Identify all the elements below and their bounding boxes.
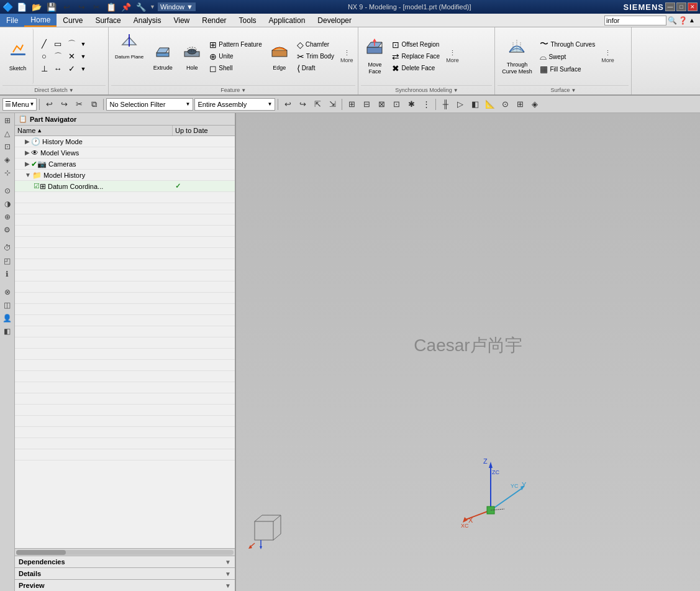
search-input[interactable]: [604, 16, 666, 25]
shell-button[interactable]: ◻ Shell: [207, 63, 263, 74]
left-icon-1[interactable]: ⊞: [1, 114, 14, 127]
fillet-tool[interactable]: ⌒: [52, 51, 64, 62]
fill-surface-button[interactable]: ▦ Fill Surface: [538, 63, 597, 75]
selection-filter-dropdown[interactable]: No Selection Filter ▼: [106, 98, 193, 111]
toolbar-btn6[interactable]: ⊟: [360, 98, 373, 111]
rect-tool[interactable]: ▭: [52, 39, 64, 50]
toolbar-btn2[interactable]: ↪: [296, 98, 309, 111]
menu-dropdown-btn[interactable]: ☰ Menu ▼: [2, 98, 37, 111]
left-icon-6[interactable]: ⊙: [1, 185, 14, 197]
toolbar-btn3[interactable]: ⇱: [311, 98, 324, 111]
extrude-button[interactable]: Extrude: [149, 29, 176, 84]
toolbar-btn9[interactable]: ✱: [404, 98, 418, 111]
toolbar-btn5[interactable]: ⊞: [345, 98, 358, 111]
nav-item-cameras[interactable]: ▶ ✔📷 Cameras: [15, 158, 235, 170]
trim-body-button[interactable]: ✂ Trim Body: [295, 51, 336, 62]
pattern-feature-button[interactable]: ⊞ Pattern Feature: [207, 39, 263, 50]
preview-panel[interactable]: Preview ▼: [15, 579, 235, 591]
finish-tool[interactable]: ✓: [65, 63, 78, 75]
arc-tool[interactable]: ⌒: [65, 39, 78, 50]
undo-toolbar-btn[interactable]: ↩: [42, 98, 56, 111]
dependencies-panel[interactable]: Dependencies ▼: [15, 556, 235, 567]
dim-tool[interactable]: ↔: [52, 63, 64, 75]
toolbar-grid-btn[interactable]: ⊞: [513, 98, 527, 111]
toolbar-snap2-btn[interactable]: ⊙: [498, 98, 512, 111]
left-icon-7[interactable]: ◑: [1, 198, 14, 210]
feature-more-button[interactable]: ⋮ More: [338, 47, 356, 65]
delete-face-button[interactable]: ✖ Delete Face: [390, 63, 442, 74]
left-icon-14[interactable]: ◫: [1, 299, 14, 311]
details-panel[interactable]: Details ▼: [15, 567, 235, 579]
copy-btn[interactable]: 📋: [105, 1, 117, 13]
toolbar-misc-btn[interactable]: ◈: [528, 98, 542, 111]
undo-btn[interactable]: ↩: [60, 1, 73, 13]
surface-expand[interactable]: ▼: [571, 88, 576, 93]
left-icon-5[interactable]: ⊹: [1, 167, 14, 179]
datum-coord-checkbox[interactable]: ☑: [34, 182, 40, 190]
minimize-btn[interactable]: —: [665, 2, 675, 11]
hole-button[interactable]: Hole: [178, 29, 206, 84]
sketch-button[interactable]: Sketch: [2, 29, 34, 84]
toolbar-btn7[interactable]: ⊠: [375, 98, 388, 111]
open-btn[interactable]: 📂: [30, 1, 43, 13]
datum-plane-button[interactable]: Datum Plane: [111, 29, 147, 63]
nav-item-model-history[interactable]: ▼ 📁 Model History: [15, 170, 235, 181]
sync-more-button[interactable]: ⋮ More: [443, 47, 461, 65]
toolbar-select-btn[interactable]: ▷: [453, 98, 467, 111]
viewport[interactable]: Caesar卢尚宇 Z ZC Y YC X: [236, 113, 700, 591]
left-icon-16[interactable]: ◧: [1, 325, 14, 337]
more-shapes[interactable]: ▼: [79, 39, 88, 50]
left-icon-4[interactable]: ◈: [1, 153, 14, 166]
redo-toolbar-btn[interactable]: ↪: [57, 98, 71, 111]
save-btn[interactable]: 💾: [45, 1, 58, 13]
through-curves-button[interactable]: 〜 Through Curves: [538, 38, 597, 50]
toolbar-measure-btn[interactable]: 📐: [483, 98, 497, 111]
menu-home[interactable]: Home: [24, 14, 57, 27]
left-icon-2[interactable]: △: [1, 127, 14, 140]
unite-button[interactable]: ⊕ Unite: [207, 51, 263, 62]
toolbar-layer-btn[interactable]: ◧: [468, 98, 482, 111]
sync-expand[interactable]: ▼: [453, 88, 458, 93]
misc-btn[interactable]: 🔧: [135, 1, 147, 13]
toolbar-btn4[interactable]: ⇲: [325, 98, 339, 111]
paste-btn[interactable]: 📌: [120, 1, 132, 13]
left-icon-15[interactable]: 👤: [1, 312, 14, 324]
toolbar-btn8[interactable]: ⊡: [389, 98, 403, 111]
left-icon-13[interactable]: ⊗: [1, 286, 14, 298]
swept-button[interactable]: ⌓ Swept: [538, 51, 597, 63]
left-icon-9[interactable]: ⚙: [1, 224, 14, 236]
assembly-filter-dropdown[interactable]: Entire Assembly ▼: [194, 98, 275, 111]
toolbar-btn10[interactable]: ⋮: [419, 98, 433, 111]
search-icon[interactable]: 🔍: [668, 16, 677, 25]
move-face-button[interactable]: MoveFace: [361, 29, 388, 84]
draft-button[interactable]: ⟨ Draft: [295, 63, 336, 74]
nav-status-header[interactable]: Up to Date: [173, 126, 235, 135]
toolbar-btn1[interactable]: ↩: [281, 98, 294, 111]
cut-btn[interactable]: ✂: [90, 1, 102, 13]
offset-region-button[interactable]: ⊡ Offset Region: [390, 39, 442, 50]
menu-developer[interactable]: Developer: [311, 14, 358, 27]
nav-horizontal-scrollbar[interactable]: [15, 548, 235, 556]
more-shapes2[interactable]: ▼: [79, 51, 88, 62]
replace-face-button[interactable]: ⇄ Replace Face: [390, 51, 442, 62]
nav-item-datum-coord[interactable]: ☑ ⊞ Datum Coordina... ✓: [15, 181, 235, 192]
constraint-tool[interactable]: ⊥: [38, 63, 50, 75]
minimize-ribbon-btn[interactable]: ▲: [689, 17, 695, 24]
new-btn[interactable]: 📄: [16, 1, 28, 13]
through-curve-mesh-button[interactable]: Through Curve Mesh: [498, 29, 536, 84]
menu-tools[interactable]: Tools: [233, 14, 263, 27]
line-tool[interactable]: ╱: [38, 39, 50, 50]
menu-application[interactable]: Application: [263, 14, 312, 27]
toolbar-copy[interactable]: ⧉: [87, 98, 101, 111]
window-menu[interactable]: Window ▼: [158, 2, 196, 11]
point-tool[interactable]: ✕: [65, 51, 78, 62]
menu-render[interactable]: Render: [196, 14, 232, 27]
dropdown-arrow[interactable]: ▼: [150, 4, 155, 10]
more-shapes3[interactable]: ▼: [79, 63, 88, 75]
left-icon-10[interactable]: ⏱: [1, 242, 14, 254]
left-icon-12[interactable]: ℹ: [1, 268, 14, 280]
menu-curve[interactable]: Curve: [57, 14, 89, 27]
toolbar-snap-btn[interactable]: ╫: [439, 98, 452, 111]
circle-tool[interactable]: ○: [38, 51, 50, 62]
surface-more-button[interactable]: ⋮ More: [599, 47, 617, 65]
